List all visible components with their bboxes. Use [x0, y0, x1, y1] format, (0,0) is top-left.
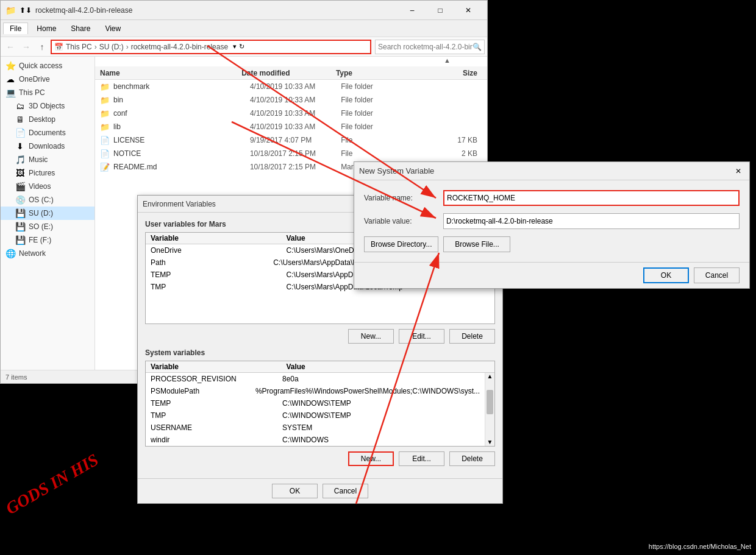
system-new-button[interactable]: New...	[348, 451, 394, 466]
address-refresh[interactable]: ↻	[239, 43, 244, 51]
minimize-button[interactable]: –	[398, 1, 426, 20]
sidebar-osc-label: OS (C:)	[29, 196, 54, 204]
search-input[interactable]	[378, 43, 472, 51]
sidebar-item-sud[interactable]: 💾 SU (D:)	[1, 207, 94, 220]
system-var-psmodulepath[interactable]: PSModulePath %ProgramFiles%\WindowsPower…	[146, 385, 485, 397]
file-row-conf[interactable]: 📁 conf 4/10/2019 10:33 AM File folder	[95, 107, 487, 120]
system-var-windir[interactable]: windir C:\WINDOWS	[146, 434, 485, 446]
sidebar-item-onedrive[interactable]: ☁ OneDrive	[1, 72, 94, 86]
col-name-header[interactable]: Name	[100, 69, 241, 77]
system-var-processor[interactable]: PROCESSOR_REVISION 8e0a	[146, 373, 485, 385]
address-sep-1: ›	[94, 43, 97, 51]
sidebar-item-network[interactable]: 🌐 Network	[1, 247, 94, 260]
new-var-cancel-button[interactable]: Cancel	[694, 267, 740, 283]
system-var-processor-val: 8e0a	[282, 375, 480, 383]
file-name-license: LICENSE	[113, 136, 250, 144]
search-bar[interactable]: 🔍	[375, 40, 485, 54]
new-var-close[interactable]: ✕	[732, 165, 744, 177]
back-button[interactable]: ←	[3, 40, 18, 54]
sidebar-item-osc[interactable]: 💿 OS (C:)	[1, 193, 94, 207]
sidebar-sud-label: SU (D:)	[29, 209, 53, 217]
system-var-scrollbar[interactable]: ▲ ▼	[485, 373, 494, 446]
env-dialog-title: Environment Variables	[143, 200, 216, 208]
tab-home[interactable]: Home	[30, 23, 62, 34]
sidebar-quickaccess-label: Quick access	[19, 62, 62, 70]
env-ok-button[interactable]: OK	[272, 484, 318, 498]
address-bar[interactable]: 📅 This PC › SU (D:) › rocketmq-all-4.2.0…	[51, 40, 371, 54]
scrollbar-down[interactable]: ▼	[485, 439, 494, 446]
col-type-header[interactable]: Type	[336, 69, 430, 77]
file-row-benchmark[interactable]: 📁 benchmark 4/10/2019 10:33 AM File fold…	[95, 80, 487, 93]
file-list-header: Name Date modified Type Size	[95, 66, 487, 80]
sidebar-item-pictures[interactable]: 🖼 Pictures	[1, 166, 94, 180]
user-var-empty	[146, 293, 494, 323]
documents-icon: 📄	[15, 128, 25, 138]
title-bar-left: 📁 ⬆⬇ rocketmq-all-4.2.0-bin-release	[5, 5, 132, 15]
tab-file[interactable]: File	[3, 23, 28, 34]
file-row-bin[interactable]: 📁 bin 4/10/2019 10:33 AM File folder	[95, 93, 487, 107]
sidebar-network-label: Network	[19, 249, 46, 258]
new-var-ok-cancel: OK Cancel	[354, 262, 749, 288]
toolbar: ← → ↑ 📅 This PC › SU (D:) › rocketmq-all…	[1, 37, 487, 57]
file-name-lib: lib	[113, 122, 250, 131]
sidebar-desktop-label: Desktop	[29, 115, 55, 124]
col-size-header[interactable]: Size	[430, 69, 482, 77]
system-var-tmp[interactable]: TMP C:\WINDOWS\TEMP	[146, 409, 485, 422]
file-name-benchmark: benchmark	[113, 82, 250, 91]
file-name-conf: conf	[113, 109, 250, 118]
var-name-input[interactable]	[443, 190, 740, 206]
system-var-temp[interactable]: TEMP C:\WINDOWS\TEMP	[146, 397, 485, 409]
up-button[interactable]: ↑	[35, 40, 49, 54]
sidebar-item-downloads[interactable]: ⬇ Downloads	[1, 140, 94, 153]
col-date-header[interactable]: Date modified	[241, 69, 336, 77]
new-var-ok-button[interactable]: OK	[643, 267, 689, 283]
file-row-lib[interactable]: 📁 lib 4/10/2019 10:33 AM File folder	[95, 120, 487, 133]
sidebar-item-thispc[interactable]: 💻 This PC	[1, 86, 94, 99]
close-button[interactable]: ✕	[454, 1, 482, 20]
scrollbar-up[interactable]: ▲	[485, 373, 494, 380]
file-row-license[interactable]: 📄 LICENSE 9/19/2017 4:07 PM File 17 KB	[95, 133, 487, 147]
browse-directory-button[interactable]: Browse Directory...	[364, 236, 438, 252]
tab-share[interactable]: Share	[65, 23, 96, 34]
user-new-button[interactable]: New...	[348, 329, 394, 344]
user-delete-button[interactable]: Delete	[449, 329, 495, 344]
sidebar-item-music[interactable]: 🎵 Music	[1, 153, 94, 166]
file-icon-notice: 📄	[100, 149, 111, 158]
forward-button[interactable]: →	[19, 40, 34, 54]
sidebar-item-desktop[interactable]: 🖥 Desktop	[1, 113, 94, 126]
sidebar-item-videos[interactable]: 🎬 Videos	[1, 180, 94, 193]
file-type-conf: File folder	[341, 109, 432, 118]
music-icon: 🎵	[15, 155, 25, 164]
env-cancel-button[interactable]: Cancel	[323, 484, 368, 498]
browse-file-button[interactable]: Browse File...	[443, 236, 510, 252]
quickaccess-icon: ⭐	[5, 61, 15, 71]
file-row-notice[interactable]: 📄 NOTICE 10/18/2017 2:15 PM File 2 KB	[95, 147, 487, 160]
file-type-notice: File	[341, 149, 432, 158]
maximize-button[interactable]: □	[426, 1, 454, 20]
sidebar-downloads-label: Downloads	[29, 142, 65, 150]
system-delete-button[interactable]: Delete	[449, 451, 495, 466]
sidebar-item-fef[interactable]: 💾 FE (F:)	[1, 233, 94, 247]
scrollbar-thumb[interactable]	[487, 390, 493, 414]
search-icon: 🔍	[472, 43, 482, 51]
var-value-input[interactable]	[443, 213, 740, 229]
file-date-bin: 4/10/2019 10:33 AM	[250, 96, 341, 104]
system-edit-button[interactable]: Edit...	[399, 451, 444, 466]
sidebar-item-quickaccess[interactable]: ⭐ Quick access	[1, 59, 94, 72]
address-crumb-thispc: This PC	[66, 43, 92, 51]
address-dropdown[interactable]: ▾	[233, 43, 237, 51]
file-date-lib: 4/10/2019 10:33 AM	[250, 122, 341, 131]
file-icon-readme: 📝	[100, 163, 111, 172]
onedrive-icon: ☁	[5, 74, 15, 84]
file-type-lib: File folder	[341, 122, 432, 131]
sidebar-music-label: Music	[29, 155, 48, 164]
sidebar-item-3dobjects[interactable]: 🗂 3D Objects	[1, 99, 94, 113]
scrollbar-track	[485, 424, 494, 439]
sidebar-item-soe[interactable]: 💾 SO (E:)	[1, 220, 94, 233]
sidebar-pictures-label: Pictures	[29, 169, 55, 177]
system-var-username[interactable]: USERNAME SYSTEM	[146, 422, 485, 434]
address-part-thispc: 📅	[54, 43, 63, 51]
user-edit-button[interactable]: Edit...	[399, 329, 444, 344]
tab-view[interactable]: View	[99, 23, 127, 34]
sidebar-item-documents[interactable]: 📄 Documents	[1, 126, 94, 140]
